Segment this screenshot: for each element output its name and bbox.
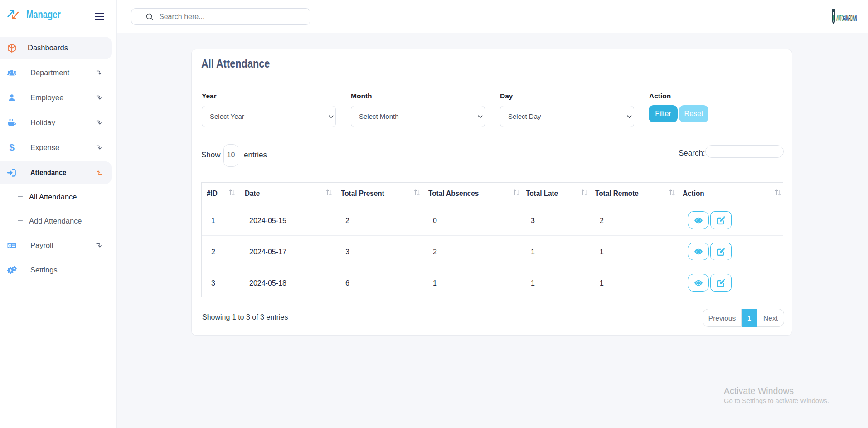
svg-text:AUTO: AUTO — [836, 14, 844, 23]
svg-text:GUARDIAN: GUARDIAN — [843, 14, 857, 23]
svg-text:$: $ — [9, 244, 11, 248]
